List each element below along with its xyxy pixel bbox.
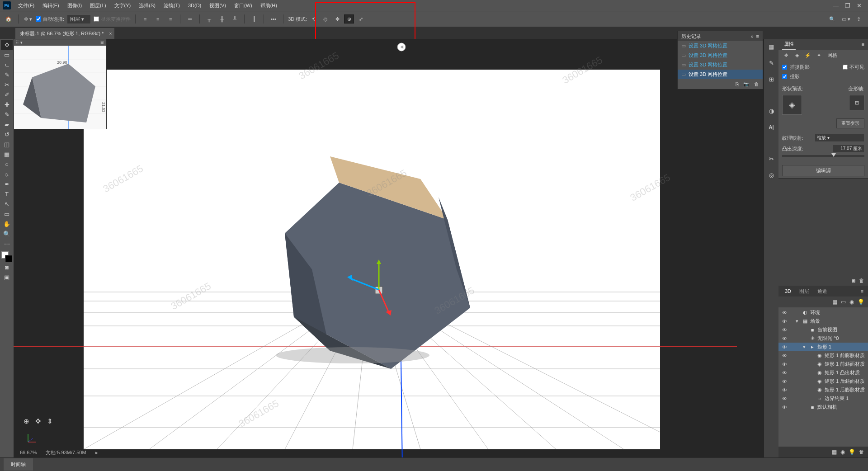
cap-icon[interactable]: ⚡	[804, 52, 812, 59]
layers-tab[interactable]: 图层	[797, 287, 811, 296]
visibility-eye-icon[interactable]: 👁	[781, 405, 788, 410]
search-icon[interactable]: 🔍	[829, 16, 835, 22]
screen-mode-icon[interactable]: ▣	[1, 272, 13, 282]
navigator-panel[interactable]: ⠿ ▾ ▣ 20.98 21.53	[14, 39, 107, 129]
color-panel-icon[interactable]: ▦	[766, 42, 776, 52]
show-transform-checkbox[interactable]	[94, 16, 99, 22]
scene-row[interactable]: 👁◉矩形 1 后膨胀材质	[778, 386, 868, 394]
scene-row[interactable]: 👁◐环境	[778, 308, 868, 317]
minimize-icon[interactable]: —	[833, 2, 839, 9]
visibility-eye-icon[interactable]: 👁	[781, 319, 788, 324]
reset-deform-button[interactable]: 重置变形	[836, 118, 864, 128]
auto-select-target[interactable]: 图层 ▾	[67, 14, 91, 24]
align-left-icon[interactable]: ≡	[140, 14, 150, 24]
scene-render-icon[interactable]: ◉	[840, 449, 845, 455]
workspace-icon[interactable]: ▭ ▾	[842, 16, 850, 22]
nav-pin-icon[interactable]: ▣	[100, 40, 104, 45]
nav-drag-icon[interactable]: ⠿ ▾	[16, 40, 23, 45]
doc-size[interactable]: 文档:5.93M/7.50M	[46, 449, 86, 456]
scene-menu-icon[interactable]: ≡	[861, 288, 863, 294]
visibility-eye-icon[interactable]: 👁	[781, 327, 788, 333]
orbit-icon[interactable]: ⟲	[309, 14, 319, 24]
visibility-eye-icon[interactable]: 👁	[781, 396, 788, 401]
quick-select-tool[interactable]: ✎	[1, 70, 13, 80]
move-tool[interactable]: ✥	[1, 40, 13, 50]
align-top-icon[interactable]: ╥	[204, 14, 214, 24]
scene-row[interactable]: 👁✳无限光 ^0	[778, 334, 868, 343]
document-tab[interactable]: 未标题-1 @ 66.7% (矩形 1, RGB/8#) * ×	[15, 28, 114, 39]
deform-axis-grid[interactable]: ⊞	[849, 95, 864, 110]
styles-panel-icon[interactable]: A|	[766, 122, 776, 132]
secondary-view-widget[interactable]: ⊕ ✥ ⇕	[24, 408, 60, 435]
history-entry[interactable]: ▭设置 3D 网格位置	[678, 70, 763, 79]
history-collapse-icon[interactable]: »	[750, 33, 753, 39]
show-transform-check[interactable]: 显示变换控件	[94, 16, 131, 23]
pen-tool[interactable]: ✒	[1, 179, 13, 189]
filter-light-icon[interactable]: 💡	[858, 299, 864, 305]
orbit2-icon[interactable]: ⊕	[24, 417, 32, 425]
type-tool[interactable]: T	[1, 189, 13, 199]
background-color[interactable]	[5, 255, 12, 262]
adjustments-panel-icon[interactable]: ◑	[766, 106, 776, 116]
menu-type[interactable]: 文字(Y)	[111, 1, 135, 10]
menu-help[interactable]: 帮助(H)	[257, 1, 281, 10]
history-entry[interactable]: ▭设置 3D 网格位置	[678, 51, 763, 60]
coord-icon[interactable]: ✦	[815, 52, 823, 59]
3d-tab[interactable]: 3D	[783, 287, 793, 295]
share-icon[interactable]: ⇪	[857, 16, 861, 22]
history-trash-icon[interactable]: 🗑	[754, 81, 759, 87]
panel-menu-icon[interactable]: ≡	[862, 42, 864, 47]
align-right-icon[interactable]: ≡	[165, 14, 175, 24]
status-arrow-icon[interactable]: ▸	[95, 450, 98, 456]
visibility-eye-icon[interactable]: 👁	[781, 310, 788, 316]
eyedropper-tool[interactable]: ✐	[1, 89, 13, 99]
dodge-tool[interactable]: ☼	[1, 169, 13, 179]
scene-tree[interactable]: 👁◐环境👁▾▦场景👁■当前视图👁✳无限光 ^0👁▾▸矩形 1👁◉矩形 1 前膨胀…	[778, 307, 868, 447]
actions-panel-icon[interactable]: ✂	[766, 154, 776, 164]
more-tools-icon[interactable]: ⋯	[1, 239, 13, 249]
delete-icon[interactable]: 🗑	[859, 278, 864, 284]
channels-tab[interactable]: 通道	[816, 287, 829, 296]
scene-new-light-icon[interactable]: 💡	[849, 449, 855, 455]
scene-row[interactable]: 👁◉矩形 1 前斜面材质	[778, 360, 868, 368]
tab-close-icon[interactable]: ×	[109, 31, 112, 36]
brush-panel-icon[interactable]: ⊞	[766, 74, 776, 84]
stamp-tool[interactable]: ▰	[1, 119, 13, 129]
scene-row[interactable]: 👁○边界约束 1	[778, 394, 868, 403]
timeline-tab[interactable]: 时间轴	[4, 458, 33, 471]
menu-select[interactable]: 选择(S)	[135, 1, 159, 10]
visibility-eye-icon[interactable]: 👁	[781, 336, 788, 341]
shape-tool[interactable]: ▭	[1, 209, 13, 219]
scene-row[interactable]: 👁◉矩形 1 凸出材质	[778, 368, 868, 377]
menu-layer[interactable]: 图层(L)	[86, 1, 109, 10]
menu-window[interactable]: 窗口(W)	[231, 1, 256, 10]
history-new-doc-icon[interactable]: ⎘	[736, 81, 739, 87]
menu-file[interactable]: 文件(F)	[14, 1, 38, 10]
visibility-eye-icon[interactable]: 👁	[781, 379, 788, 384]
distribute-v-icon[interactable]: ┃	[249, 14, 259, 24]
catch-shadow-check[interactable]	[782, 65, 787, 70]
extrude-slider[interactable]	[782, 155, 864, 157]
zoom-level[interactable]: 66.67%	[20, 450, 37, 455]
filter-mesh-icon[interactable]: ▭	[841, 299, 846, 305]
visibility-eye-icon[interactable]: 👁	[781, 370, 788, 376]
align-bottom-icon[interactable]: ╨	[230, 14, 240, 24]
home-icon[interactable]: 🏠	[4, 14, 14, 24]
move-tool-icon[interactable]: ✥ ▾	[23, 14, 33, 24]
visibility-eye-icon[interactable]: 👁	[781, 353, 788, 358]
deform-icon[interactable]: ◈	[793, 52, 801, 59]
scene-add-icon[interactable]: ▦	[832, 449, 837, 455]
scene-row[interactable]: 👁◉矩形 1 后斜面材质	[778, 377, 868, 386]
healing-tool[interactable]: ✚	[1, 99, 13, 109]
viewport-3d[interactable]: ✳ 36061665 36061665 36061665 36061665 36…	[14, 39, 764, 457]
extrude-value[interactable]: 17.07 厘米	[833, 145, 864, 153]
visibility-eye-icon[interactable]: 👁	[781, 387, 788, 393]
filter-material-icon[interactable]: ◉	[849, 299, 854, 305]
zoom-tool[interactable]: 🔍	[1, 229, 13, 239]
hand-tool[interactable]: ✋	[1, 219, 13, 229]
history-menu-icon[interactable]: ≡	[756, 33, 759, 39]
properties-tab[interactable]: 属性	[782, 39, 796, 50]
menu-edit[interactable]: 编辑(E)	[39, 1, 63, 10]
path-select-tool[interactable]: ↖	[1, 199, 13, 209]
align-center-v-icon[interactable]: ╫	[217, 14, 227, 24]
